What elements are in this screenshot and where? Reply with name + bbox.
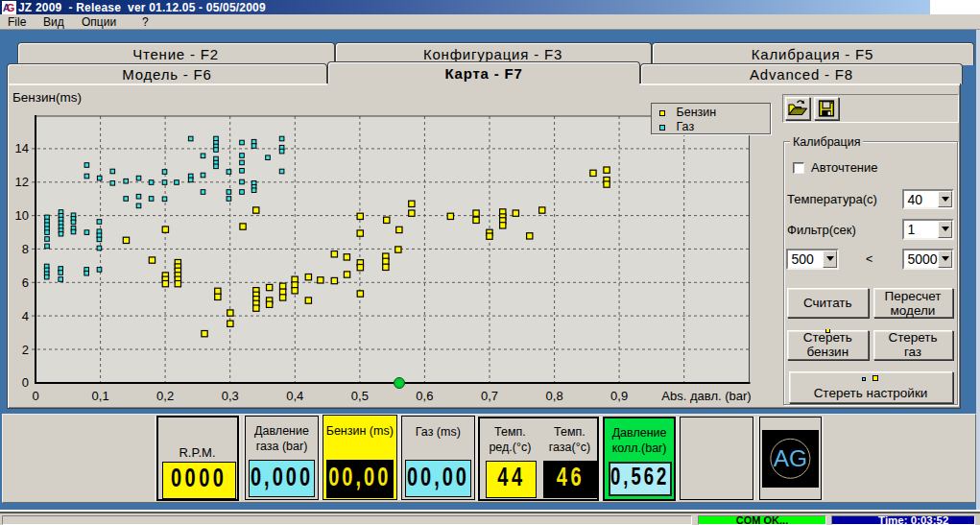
svg-text:0,3: 0,3 <box>222 389 239 403</box>
svg-text:0,7: 0,7 <box>481 389 498 403</box>
svg-text:0,6: 0,6 <box>416 389 433 403</box>
svg-text:0: 0 <box>22 375 29 390</box>
svg-text:0,5: 0,5 <box>351 389 369 403</box>
svg-text:Abs. давл. (bar): Abs. давл. (bar) <box>661 389 751 403</box>
svg-text:0,4: 0,4 <box>286 389 303 403</box>
svg-text:12: 12 <box>15 175 29 189</box>
svg-text:4: 4 <box>22 309 29 323</box>
svg-text:0: 0 <box>32 389 38 403</box>
svg-text:AG: AG <box>774 445 807 471</box>
svg-text:0,1: 0,1 <box>92 389 109 403</box>
svg-text:2: 2 <box>22 343 29 357</box>
svg-text:0,9: 0,9 <box>610 389 628 403</box>
svg-text:14: 14 <box>15 141 29 155</box>
svg-text:0,2: 0,2 <box>156 389 174 403</box>
svg-text:10: 10 <box>15 208 29 223</box>
svg-text:Бензин(ms): Бензин(ms) <box>12 90 82 105</box>
svg-text:8: 8 <box>22 242 29 256</box>
svg-text:6: 6 <box>22 275 29 290</box>
svg-text:0,8: 0,8 <box>546 389 563 403</box>
